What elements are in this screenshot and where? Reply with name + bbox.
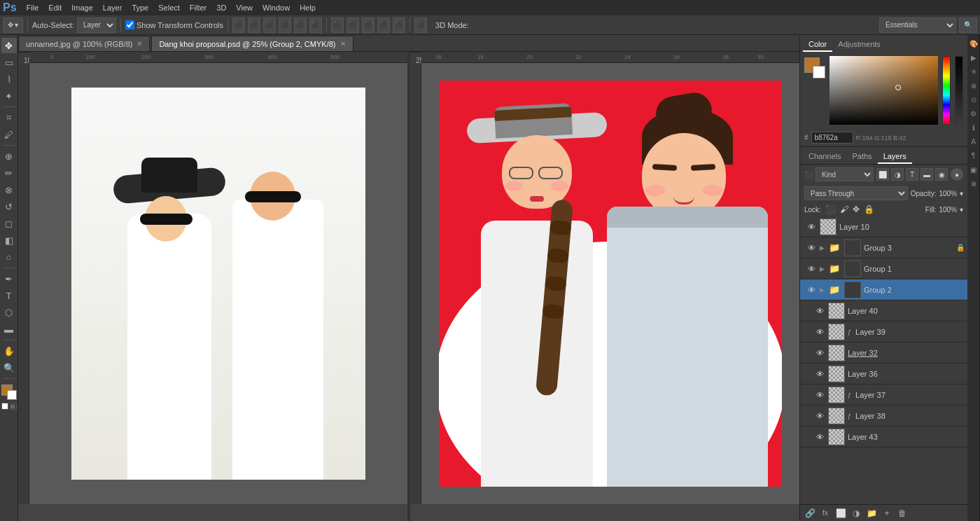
transform-checkbox[interactable] [125,20,134,29]
menu-filter[interactable]: Filter [186,2,211,13]
layer-visibility-layer10[interactable]: 👁 [806,221,817,232]
dist-3-btn[interactable]: ⬛ [362,18,374,33]
tab-color[interactable]: Color [803,38,832,52]
expand-icon[interactable]: ▶ [820,265,825,272]
tab-layers[interactable]: Layers [878,150,912,164]
side-clone-icon[interactable]: ⊗ [968,178,979,189]
layer-visibility-layer39[interactable]: 👁 [814,326,825,338]
eyedropper-tool[interactable]: 🖊 [1,127,17,142]
lock-position-icon[interactable]: ✥ [853,204,860,214]
workspace-search-btn[interactable]: 🔍 [959,18,977,33]
align-top-btn[interactable]: ⬛ [279,18,291,33]
dist-v-btn[interactable]: ⬛ [346,18,359,33]
tab-paths[interactable]: Paths [846,150,877,164]
expand-icon[interactable]: ▶ [820,286,825,293]
side-settings-icon[interactable]: ⚙ [968,108,979,119]
alpha-slider[interactable] [955,56,963,125]
layer-visibility-layer38[interactable]: 👁 [814,410,825,422]
hex-input[interactable] [811,132,853,144]
doc-tab-unnamed[interactable]: unnamed.jpg @ 100% (RGB/8) ✕ [18,36,150,51]
filter-toggle[interactable]: ● [951,168,963,181]
layer-visibility-layer40[interactable]: 👁 [814,305,825,317]
tab-channels[interactable]: Channels [803,150,846,164]
gradient-tool[interactable]: ◧ [1,232,17,248]
lock-transparent-icon[interactable]: ⬛ [825,204,836,214]
side-info-icon[interactable]: ℹ [968,122,979,133]
layer-item-layer39[interactable]: 👁 ƒ Layer 39 [800,321,967,342]
layer-item-group2[interactable]: 👁 ▶ 📁 Group 2 [800,279,967,300]
opacity-value[interactable]: 100% [939,190,957,197]
menu-image[interactable]: Image [67,2,97,13]
side-globe-icon[interactable]: ⊙ [968,94,979,105]
layer-fx-btn[interactable]: fx [818,507,832,520]
layer-visibility-layer36[interactable]: 👁 [814,368,825,380]
menu-help[interactable]: Help [295,2,320,13]
right-canvas-inner[interactable] [421,63,799,504]
layer-new-btn[interactable]: + [880,507,894,520]
dist-5-btn[interactable]: ⬛ [393,18,405,33]
doc-close-unnamed[interactable]: ✕ [136,40,142,48]
layer-adjust-btn[interactable]: ◑ [849,507,863,520]
hue-slider[interactable] [942,56,951,125]
expand-icon[interactable]: ▶ [820,244,825,251]
layer-delete-btn[interactable]: 🗑 [895,507,909,520]
side-color-icon[interactable]: 🎨 [968,38,979,49]
color-gradient-picker[interactable] [830,56,938,125]
lasso-tool[interactable]: ⌇ [1,71,17,87]
quick-mask-icon[interactable]: ⊙ [10,403,17,410]
doc-close-dangkhoi[interactable]: ✕ [340,40,346,48]
filter-smart-icon[interactable]: ◉ [935,168,948,181]
filter-shape-icon[interactable]: ▬ [920,168,933,181]
layer-item-layer43[interactable]: 👁 Layer 43 [800,426,967,447]
layer-item-layer40[interactable]: 👁 Layer 40 [800,300,967,321]
layer-item-layer38[interactable]: 👁 ƒ Layer 38 [800,405,967,426]
layer-visibility-layer37[interactable]: 👁 [814,389,825,401]
align-center-btn[interactable]: ⬛ [248,18,260,33]
layer-item-layer10[interactable]: 👁 Layer 10 [800,216,967,237]
move-tool-btn[interactable]: ✥ ▾ [3,18,23,33]
filter-type-icon[interactable]: T [906,168,918,181]
filter-pixel-icon[interactable]: ⬜ [876,168,889,181]
layer-item-layer37[interactable]: 👁 ƒ Layer 37 [800,384,967,405]
side-a-icon[interactable]: A [968,136,979,147]
healing-tool[interactable]: ⊕ [1,148,17,164]
layer-visibility-group2[interactable]: 👁 [806,284,817,296]
menu-layer[interactable]: Layer [99,2,127,13]
lock-all-icon[interactable]: 🔒 [864,204,874,214]
dist-h-btn[interactable]: ⬛ [331,18,344,33]
marquee-tool[interactable]: ▭ [1,55,17,70]
side-play-icon[interactable]: ▶ [968,52,979,63]
fill-value[interactable]: 100% [939,206,957,214]
crop-tool[interactable]: ⌗ [1,110,17,125]
pen-tool[interactable]: ✒ [1,271,17,286]
layer-item-group1[interactable]: 👁 ▶ 📁 Group 1 [800,258,967,279]
layer-visibility-group3[interactable]: 👁 [806,242,817,253]
move-tool[interactable]: ✥ [1,38,17,53]
layer-link-btn[interactable]: 🔗 [803,507,817,520]
dist-4-btn[interactable]: ⬛ [377,18,390,33]
side-sunburst-icon[interactable]: ✳ [968,66,979,77]
shape-tool[interactable]: ▬ [1,321,17,337]
menu-file[interactable]: File [22,2,43,13]
default-colors-icon[interactable] [1,403,8,410]
foreground-color[interactable] [1,384,17,400]
lock-image-icon[interactable]: 🖌 [840,204,848,214]
menu-edit[interactable]: Edit [44,2,66,13]
brush-tool[interactable]: ✏ [1,165,17,181]
side-cube-icon[interactable]: ▣ [968,164,979,175]
align-bottom-btn[interactable]: ⬛ [309,18,322,33]
layer-visibility-layer32[interactable]: 👁 [814,347,825,359]
layer-mask-btn[interactable]: ⬜ [834,507,848,520]
left-canvas-inner[interactable] [29,63,407,504]
background-swatch[interactable] [813,66,825,78]
menu-type[interactable]: Type [127,2,153,13]
side-3d-icon[interactable]: ⊕ [968,80,979,91]
align-left-btn[interactable]: ⬛ [232,18,245,33]
text-tool[interactable]: T [1,288,17,303]
filter-adjust-icon[interactable]: ◑ [891,168,904,181]
layer-group-btn[interactable]: 📁 [864,507,878,520]
dist-6-btn[interactable]: ⬛ [414,18,427,33]
magic-wand-tool[interactable]: ✦ [1,88,17,104]
dodge-tool[interactable]: ○ [1,249,17,265]
path-select-tool[interactable]: ⬡ [1,305,17,320]
